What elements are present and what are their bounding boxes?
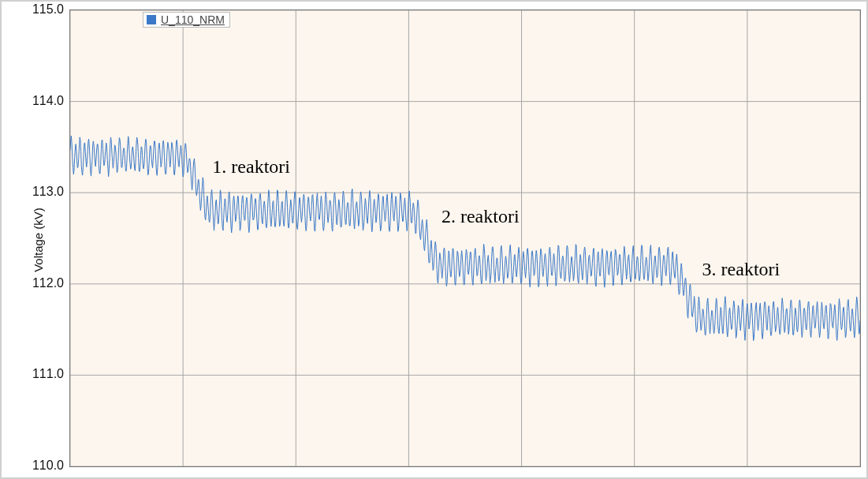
y-tick-label: 110.0 (32, 458, 64, 473)
y-axis-label: Voltage (kV) (32, 208, 45, 272)
y-tick-label: 113.0 (32, 185, 64, 199)
y-tick-label: 115.0 (32, 2, 64, 17)
annotation-3: 3. reaktori (702, 259, 780, 280)
annotation-2: 2. reaktori (441, 206, 520, 227)
legend-swatch (147, 15, 156, 24)
legend: U_110_NRM (143, 12, 230, 28)
legend-label: U_110_NRM (161, 13, 225, 26)
series-line (70, 136, 860, 341)
y-tick-label: 114.0 (32, 94, 64, 108)
annotation-1: 1. reaktori (212, 156, 290, 178)
plot-area: U_110_NRM 1. reaktori 2. reaktori 3. rea… (69, 9, 861, 467)
chart-frame: Voltage (kV) 115.0 114.0 113.0 112.0 111… (0, 0, 868, 479)
y-tick-label: 112.0 (32, 276, 64, 290)
y-tick-label: 111.0 (32, 367, 64, 381)
plot-svg (70, 10, 860, 466)
